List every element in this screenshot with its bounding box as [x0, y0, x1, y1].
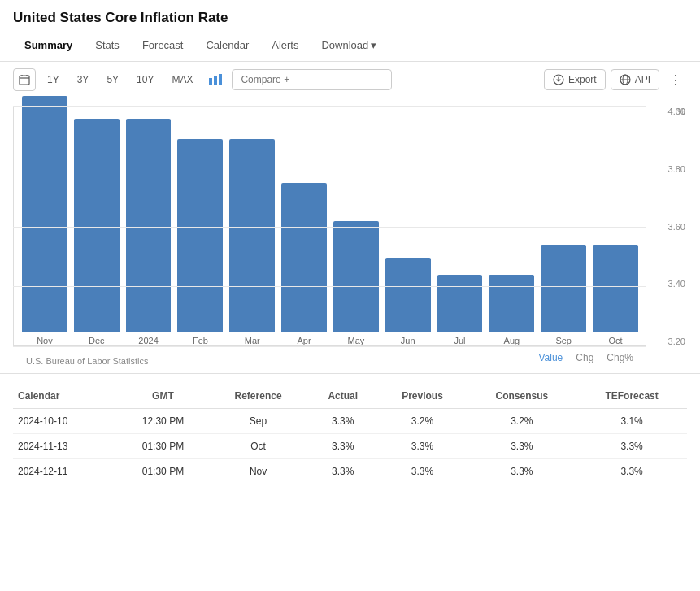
cell-consensus-2: 3.3%	[467, 434, 577, 459]
tab-download[interactable]: Download ▾	[310, 34, 388, 56]
bar-jun[interactable]: Jun	[385, 258, 431, 345]
export-button[interactable]: Export	[544, 69, 606, 90]
cell-consensus-1: 3.2%	[467, 409, 577, 434]
cell-teforecast-2: 3.3%	[576, 434, 687, 459]
bar-aug[interactable]: Aug	[489, 275, 534, 345]
table-row: 2024-10-10 12:30 PM Sep 3.3% 3.2% 3.2% 3…	[13, 409, 687, 434]
api-button[interactable]: API	[611, 69, 659, 90]
cell-gmt-1: 12:30 PM	[118, 409, 208, 434]
cell-reference-1: Sep	[208, 409, 308, 434]
time-max[interactable]: MAX	[165, 71, 199, 89]
download-label: Download	[321, 39, 368, 51]
bar-feb[interactable]: Feb	[177, 139, 223, 345]
cell-actual-2: 3.3%	[308, 434, 377, 459]
tab-summary[interactable]: Summary	[13, 34, 84, 56]
cell-previous-3: 3.3%	[377, 459, 467, 485]
time-10y[interactable]: 10Y	[130, 71, 160, 89]
svg-rect-0	[20, 76, 29, 85]
col-header-consensus: Consensus	[467, 384, 577, 409]
bar-apr[interactable]: Apr	[281, 183, 327, 345]
calendar-icon[interactable]	[13, 68, 36, 91]
cell-actual-3: 3.3%	[308, 459, 377, 485]
time-3y[interactable]: 3Y	[71, 71, 96, 89]
data-table: Calendar GMT Reference Actual Previous C…	[13, 384, 687, 484]
col-header-actual: Actual	[308, 384, 377, 409]
bar-nov[interactable]: Nov	[22, 96, 67, 345]
col-header-reference: Reference	[208, 384, 308, 409]
cell-reference-2: Oct	[208, 434, 308, 459]
col-header-gmt: GMT	[118, 384, 208, 409]
cell-reference-3: Nov	[208, 459, 308, 485]
bar-oct[interactable]: Oct	[593, 245, 638, 345]
y-tick-360: 3.60	[668, 222, 685, 232]
col-header-calendar: Calendar	[13, 384, 118, 409]
svg-rect-4	[209, 78, 212, 85]
export-label: Export	[568, 74, 597, 85]
bar-dec[interactable]: Dec	[74, 119, 120, 345]
y-tick-340: 3.40	[668, 279, 685, 289]
tab-calendar[interactable]: Calendar	[194, 34, 260, 56]
chart-controls: 1Y 3Y 5Y 10Y MAX Export API ⋮	[0, 62, 700, 98]
page-header: United States Core Inflation Rate Summar…	[0, 0, 700, 62]
table-section: Calendar GMT Reference Actual Previous C…	[0, 374, 700, 493]
cell-calendar-3: 2024-12-11	[13, 459, 118, 485]
y-tick-380: 3.80	[668, 164, 685, 174]
time-1y[interactable]: 1Y	[41, 71, 66, 89]
tab-forecast[interactable]: Forecast	[131, 34, 195, 56]
value-controls: Value Chg Chg%	[525, 350, 646, 370]
cell-calendar-2: 2024-11-13	[13, 434, 118, 459]
y-tick-320: 3.20	[668, 337, 685, 346]
time-5y[interactable]: 5Y	[100, 71, 125, 89]
cell-teforecast-3: 3.3%	[576, 459, 687, 485]
chart-source: U.S. Bureau of Labor Statistics	[13, 352, 161, 368]
api-label: API	[635, 74, 650, 85]
chart-area: % 4.00 3.80 3.60 3.40 3.20 Nov	[0, 98, 700, 373]
value-btn-chgpct[interactable]: Chg%	[607, 352, 633, 363]
more-options-button[interactable]: ⋮	[664, 68, 687, 91]
compare-input[interactable]	[232, 69, 392, 90]
cell-calendar-1: 2024-10-10	[13, 409, 118, 434]
col-header-teforecast: TEForecast	[576, 384, 687, 409]
svg-rect-6	[219, 74, 222, 85]
dropdown-arrow-icon: ▾	[371, 39, 376, 51]
cell-gmt-2: 01:30 PM	[118, 434, 208, 459]
cell-actual-1: 3.3%	[308, 409, 377, 434]
value-btn-value[interactable]: Value	[538, 352, 563, 363]
table-row: 2024-11-13 01:30 PM Oct 3.3% 3.3% 3.3% 3…	[13, 434, 687, 459]
col-header-previous: Previous	[377, 384, 467, 409]
bar-2024[interactable]: 2024	[126, 119, 172, 345]
cell-gmt-3: 01:30 PM	[118, 459, 208, 485]
tab-stats[interactable]: Stats	[84, 34, 131, 56]
bar-jul[interactable]: Jul	[437, 275, 483, 345]
cell-previous-1: 3.2%	[377, 409, 467, 434]
bar-may[interactable]: May	[333, 221, 379, 345]
bar-mar[interactable]: Mar	[229, 139, 275, 345]
cell-consensus-3: 3.3%	[467, 459, 577, 485]
cell-previous-2: 3.3%	[377, 434, 467, 459]
y-tick-400: 4.00	[668, 106, 685, 116]
page-title: United States Core Inflation Rate	[13, 10, 687, 26]
tab-alerts[interactable]: Alerts	[260, 34, 310, 56]
cell-teforecast-1: 3.1%	[576, 409, 687, 434]
nav-tabs: Summary Stats Forecast Calendar Alerts D…	[13, 34, 687, 56]
value-btn-chg[interactable]: Chg	[576, 352, 593, 363]
chart-type-icon[interactable]	[204, 68, 227, 91]
table-row: 2024-12-11 01:30 PM Nov 3.3% 3.3% 3.3% 3…	[13, 459, 687, 485]
svg-rect-5	[214, 76, 217, 85]
bar-sep[interactable]: Sep	[541, 245, 586, 345]
